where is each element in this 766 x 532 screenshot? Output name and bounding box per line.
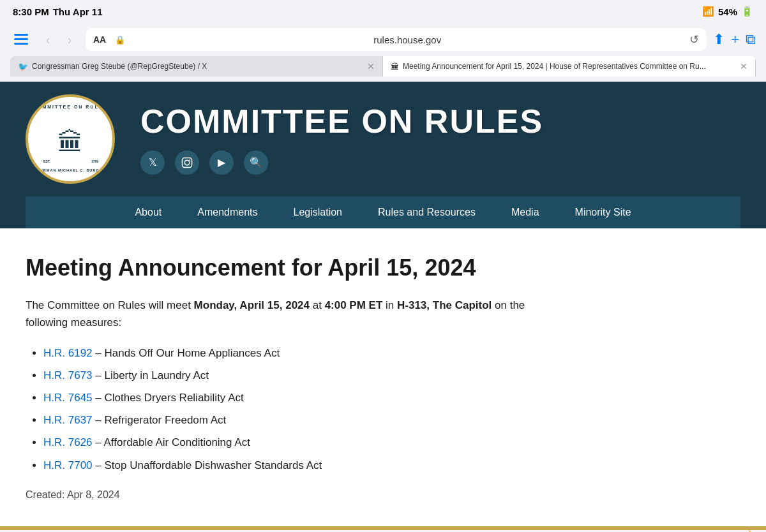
created-date: Created: Apr 8, 2024 <box>26 489 549 501</box>
page-content: COMMITTEE ON RULES 🏛 EST. 1789 CHAIRMAN … <box>0 82 766 530</box>
forward-button[interactable]: › <box>60 30 79 49</box>
bill-title-5: Stop Unaffordable Dishwasher Standards A… <box>104 459 322 471</box>
page-title: Meeting Announcement for April 15, 2024 <box>26 254 549 281</box>
share-button[interactable]: ⬆ <box>713 31 725 48</box>
bill-dash-2: – <box>95 392 104 404</box>
tab-2[interactable]: 🏛 Meeting Announcement for April 15, 202… <box>383 56 756 77</box>
header-title-block: COMMITTEE ON RULES 𝕏 ▶ 🔍 <box>140 103 740 174</box>
sidebar-button[interactable] <box>10 31 32 48</box>
battery-level: 54% <box>718 6 737 17</box>
list-item: H.R. 7700 – Stop Unaffordable Dishwasher… <box>43 457 549 474</box>
nav-legislation[interactable]: Legislation <box>276 196 361 228</box>
bill-link-hr7700[interactable]: H.R. 7700 <box>43 459 93 471</box>
tab2-title: Meeting Announcement for April 15, 2024 … <box>403 62 706 71</box>
header-top: COMMITTEE ON RULES 🏛 EST. 1789 CHAIRMAN … <box>26 94 740 196</box>
svg-rect-2 <box>14 43 28 45</box>
youtube-icon[interactable]: ▶ <box>209 151 234 175</box>
site-nav: About Amendments Legislation Rules and R… <box>26 196 740 228</box>
browser-actions: ⬆ + ⧉ <box>713 31 756 48</box>
intro-paragraph: The Committee on Rules will meet Monday,… <box>26 297 549 331</box>
list-item: H.R. 7626 – Affordable Air Conditioning … <box>43 434 549 451</box>
bill-link-hr6192[interactable]: H.R. 6192 <box>43 347 93 359</box>
list-item: H.R. 7645 – Clothes Dryers Reliability A… <box>43 389 549 406</box>
created-label: Created: <box>26 489 64 500</box>
browser-tabs: 🐦 Congressman Greg Steube (@RepGregSteub… <box>10 56 756 77</box>
url-text: rules.house.gov <box>129 34 686 45</box>
logo-est: EST. <box>43 159 50 163</box>
tab2-favicon: 🏛 <box>391 62 399 71</box>
tab1-title: Congressman Greg Steube (@RepGregSteube)… <box>32 62 207 71</box>
bill-title-2: Clothes Dryers Reliability Act <box>104 392 243 404</box>
bill-dash-0: – <box>95 347 104 359</box>
logo-inner: COMMITTEE ON RULES 🏛 EST. 1789 CHAIRMAN … <box>28 97 112 181</box>
list-item: H.R. 7673 – Liberty in Laundry Act <box>43 367 549 384</box>
logo-arc-top: COMMITTEE ON RULES <box>28 105 112 109</box>
nav-about[interactable]: About <box>117 196 179 228</box>
wifi-icon: 📶 <box>702 6 714 17</box>
new-tab-button[interactable]: + <box>731 31 739 48</box>
time: 8:30 PM <box>13 6 49 17</box>
bill-link-hr7637[interactable]: H.R. 7637 <box>43 414 93 426</box>
main-content: Meeting Announcement for April 15, 2024 … <box>0 228 574 526</box>
tabs-button[interactable]: ⧉ <box>746 31 756 48</box>
status-indicators: 📶 54% 🔋 <box>702 6 753 17</box>
tab1-favicon: 🐦 <box>18 62 28 71</box>
logo-arc-bottom: CHAIRMAN MICHAEL C. BURGESS <box>28 168 112 172</box>
aa-label[interactable]: AA <box>93 34 106 45</box>
svg-rect-3 <box>183 158 192 167</box>
status-time: 8:30 PM Thu Apr 11 <box>13 6 103 17</box>
logo-seal: 🏛 <box>57 128 83 157</box>
nav-amendments[interactable]: Amendments <box>179 196 275 228</box>
bill-dash-3: – <box>95 414 104 426</box>
svg-point-4 <box>184 160 190 165</box>
search-icon[interactable]: 🔍 <box>244 151 268 175</box>
battery-icon: 🔋 <box>741 6 753 17</box>
bill-link-hr7673[interactable]: H.R. 7673 <box>43 369 93 381</box>
nav-rules-resources[interactable]: Rules and Resources <box>360 196 493 228</box>
svg-rect-0 <box>14 34 28 36</box>
date: Thu Apr 11 <box>53 6 103 17</box>
twitter-icon[interactable]: 𝕏 <box>140 151 165 175</box>
nav-menu: About Amendments Legislation Rules and R… <box>117 196 649 228</box>
status-bar: 8:30 PM Thu Apr 11 📶 54% 🔋 <box>0 0 766 23</box>
legislation-list: H.R. 6192 – Hands Off Our Home Appliance… <box>26 344 549 474</box>
tab1-close[interactable]: ✕ <box>367 61 375 71</box>
moon-icon: 🌙 <box>737 529 753 532</box>
nav-buttons: ‹ › <box>38 30 79 49</box>
bill-title-3: Refrigerator Freedom Act <box>104 414 226 426</box>
bill-title-1: Liberty in Laundry Act <box>104 369 208 381</box>
list-item: H.R. 7637 – Refrigerator Freedom Act <box>43 411 549 429</box>
created-date-value: Apr 8, 2024 <box>67 489 120 500</box>
committee-logo: COMMITTEE ON RULES 🏛 EST. 1789 CHAIRMAN … <box>26 94 115 184</box>
reload-button[interactable]: ↺ <box>689 33 699 47</box>
bill-link-hr7645[interactable]: H.R. 7645 <box>43 392 93 404</box>
logo-year: 1789 <box>91 159 98 163</box>
social-icons: 𝕏 ▶ 🔍 <box>140 151 740 175</box>
bill-dash-1: – <box>95 369 104 381</box>
back-button[interactable]: ‹ <box>38 30 57 49</box>
list-item: H.R. 6192 – Hands Off Our Home Appliance… <box>43 344 549 362</box>
tab-1[interactable]: 🐦 Congressman Greg Steube (@RepGregSteub… <box>10 56 383 77</box>
tab2-close[interactable]: ✕ <box>740 61 747 71</box>
svg-rect-1 <box>14 38 28 40</box>
bill-link-hr7626[interactable]: H.R. 7626 <box>43 436 93 448</box>
nav-minority-site[interactable]: Minority Site <box>557 196 649 228</box>
address-bar[interactable]: AA 🔒 rules.house.gov ↺ <box>86 28 707 51</box>
instagram-icon[interactable] <box>175 151 199 175</box>
browser-toolbar: ‹ › AA 🔒 rules.house.gov ↺ ⬆ + ⧉ <box>10 28 756 51</box>
browser-chrome: ‹ › AA 🔒 rules.house.gov ↺ ⬆ + ⧉ 🐦 Congr… <box>0 23 766 82</box>
bill-dash-4: – <box>95 436 103 448</box>
bill-dash-5: – <box>95 459 104 471</box>
lock-icon: 🔒 <box>115 35 125 45</box>
bill-title-0: Hands Off Our Home Appliances Act <box>104 347 280 359</box>
bill-title-4: Affordable Air Conditioning Act <box>104 436 250 448</box>
nav-media[interactable]: Media <box>493 196 557 228</box>
svg-point-5 <box>189 159 190 161</box>
site-header: COMMITTEE ON RULES 🏛 EST. 1789 CHAIRMAN … <box>0 82 766 228</box>
committee-title: COMMITTEE ON RULES <box>140 103 740 140</box>
